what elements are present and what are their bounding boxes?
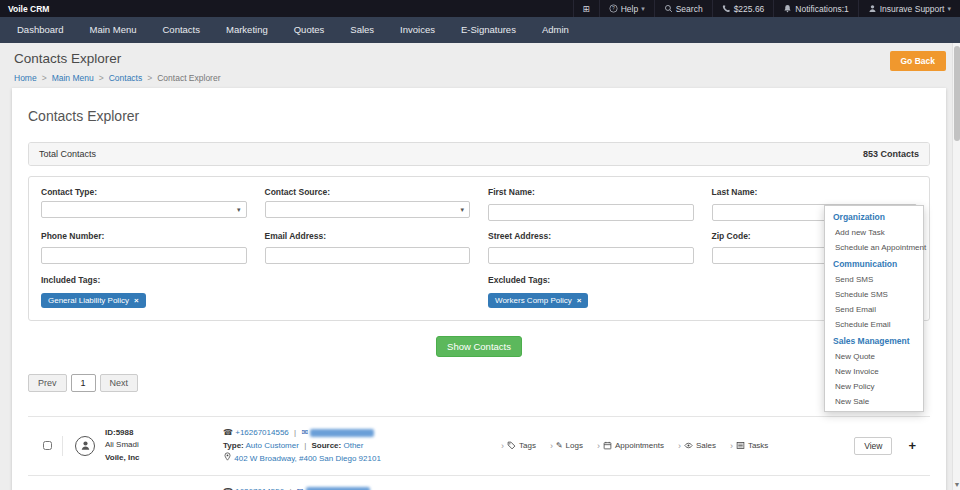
user-name: Insurave Support xyxy=(880,4,945,14)
contact-id: ID:5988 xyxy=(105,427,213,440)
breadcrumb-current: Contact Explorer xyxy=(157,73,220,83)
row-plus-button[interactable]: + xyxy=(908,438,916,453)
menu-item-schedule-appointment[interactable]: Schedule an Appointment xyxy=(825,240,923,255)
nav-item-admin[interactable]: Admin xyxy=(529,17,582,43)
balance-button[interactable]: $225.66 xyxy=(712,0,774,17)
nav-item-contacts[interactable]: Contacts xyxy=(149,17,213,43)
user-menu[interactable]: Insurave Support ▾ xyxy=(858,0,960,17)
phone-number-label: Phone Number: xyxy=(41,231,247,241)
tag-label: General Liability Policy xyxy=(48,296,129,305)
menu-item-send-sms[interactable]: Send SMS xyxy=(825,272,923,287)
nav-item-esignatures[interactable]: E-Signatures xyxy=(448,17,529,43)
show-contacts-button[interactable]: Show Contacts xyxy=(436,336,522,357)
scroll-down-arrow[interactable]: ▼ xyxy=(953,479,960,490)
street-address-label: Street Address: xyxy=(488,231,694,241)
excluded-tag-chip[interactable]: Workers Comp Policy × xyxy=(488,293,588,308)
menu-item-new-invoice[interactable]: New Invoice xyxy=(825,364,923,379)
contact-list: ID:5988 Ali Smadi Voile, Inc ☎ +16267014… xyxy=(28,416,930,490)
chevron-down-icon: ▾ xyxy=(947,5,951,13)
menu-section-sales-management: Sales Management xyxy=(825,332,923,349)
menu-item-schedule-email[interactable]: Schedule Email xyxy=(825,317,923,332)
included-tags-label: Included Tags: xyxy=(41,275,470,285)
go-back-button[interactable]: Go Back xyxy=(890,51,947,71)
chevron-right-icon: › xyxy=(501,441,504,451)
tasks-action[interactable]: › Tasks xyxy=(730,441,768,451)
remove-tag-icon[interactable]: × xyxy=(134,296,139,305)
contact-company: Voile, Inc xyxy=(105,452,213,465)
menu-item-add-new-task[interactable]: Add new Task xyxy=(825,225,923,240)
calendar-icon xyxy=(603,441,612,450)
first-name-input[interactable] xyxy=(488,204,694,221)
contact-type-select[interactable]: ▾ xyxy=(41,201,247,218)
tag-icon xyxy=(507,441,516,450)
nav-item-dashboard[interactable]: Dashboard xyxy=(4,17,76,43)
contact-phone-link[interactable]: 16267014556 xyxy=(235,487,284,490)
page-title: Contacts Explorer xyxy=(14,51,221,66)
topbar-right: ⊞ ? Help ▾ Search $225.66 Notifications:… xyxy=(573,0,960,17)
apps-grid-icon: ⊞ xyxy=(583,4,590,14)
breadcrumb-contacts[interactable]: Contacts xyxy=(109,73,143,83)
appointments-action[interactable]: › Appointments xyxy=(597,441,664,451)
topbar: Voile CRM ⊞ ? Help ▾ Search $225.66 Noti… xyxy=(0,0,960,17)
contact-address-link[interactable]: 402 W Broadway, #400 San Diego 92101 xyxy=(234,454,381,463)
tags-action[interactable]: › Tags xyxy=(501,441,536,451)
breadcrumb: Home > Main Menu > Contacts > Contact Ex… xyxy=(14,73,221,83)
user-icon xyxy=(868,4,877,13)
nav-item-main-menu[interactable]: Main Menu xyxy=(76,17,149,43)
apps-grid-button[interactable]: ⊞ xyxy=(573,0,599,17)
menu-item-schedule-sms[interactable]: Schedule SMS xyxy=(825,287,923,302)
page-header: Contacts Explorer Home > Main Menu > Con… xyxy=(0,43,960,83)
menu-item-new-quote[interactable]: New Quote xyxy=(825,349,923,364)
search-label: Search xyxy=(676,4,703,14)
email-address-input[interactable] xyxy=(265,247,471,264)
nav-item-marketing[interactable]: Marketing xyxy=(213,17,281,43)
nav-item-invoices[interactable]: Invoices xyxy=(387,17,448,43)
map-pin-icon xyxy=(223,452,232,461)
breadcrumb-main-menu[interactable]: Main Menu xyxy=(52,73,94,83)
contact-phone-link[interactable]: +16267014556 xyxy=(235,428,289,437)
person-icon xyxy=(80,440,91,451)
page-1-button[interactable]: 1 xyxy=(71,374,96,392)
menu-item-new-sale[interactable]: New Sale xyxy=(825,394,923,409)
chevron-right-icon: › xyxy=(678,441,681,451)
scrollbar-thumb[interactable] xyxy=(954,46,960,141)
svg-text:?: ? xyxy=(612,5,615,11)
included-tag-chip[interactable]: General Liability Policy × xyxy=(41,293,146,308)
vertical-scrollbar[interactable]: ▼ xyxy=(952,43,960,490)
notifications-button[interactable]: Notifications:1 xyxy=(773,0,857,17)
card-heading: Contacts Explorer xyxy=(28,108,930,124)
contact-source-value[interactable]: Other xyxy=(343,441,363,450)
search-button[interactable]: Search xyxy=(654,0,712,17)
contact-email-redacted[interactable] xyxy=(310,429,374,437)
street-address-input[interactable] xyxy=(488,247,694,264)
view-button[interactable]: View xyxy=(854,437,892,455)
filters-panel: Contact Type: ▾ Contact Source: ▾ First … xyxy=(28,176,930,321)
menu-section-communication: Communication xyxy=(825,255,923,272)
phone-credit-icon xyxy=(722,4,731,13)
chevron-right-icon: › xyxy=(597,441,600,451)
nav-item-quotes[interactable]: Quotes xyxy=(281,17,338,43)
phone-number-input[interactable] xyxy=(41,247,247,264)
contact-source-select[interactable]: ▾ xyxy=(265,201,471,218)
brand-logo[interactable]: Voile CRM xyxy=(8,4,49,14)
remove-tag-icon[interactable]: × xyxy=(577,296,582,305)
chevron-down-icon: ▾ xyxy=(460,206,464,214)
next-page-button[interactable]: Next xyxy=(100,374,139,392)
task-list-icon xyxy=(736,441,745,450)
contact-checkbox[interactable] xyxy=(43,441,52,450)
menu-item-send-email[interactable]: Send Email xyxy=(825,302,923,317)
separator: | xyxy=(289,487,291,490)
contact-type-value[interactable]: Auto Customer xyxy=(246,441,299,450)
nav-item-sales[interactable]: Sales xyxy=(337,17,387,43)
help-menu[interactable]: ? Help ▾ xyxy=(599,0,654,17)
action-label: Appointments xyxy=(615,441,664,450)
logs-action[interactable]: › ✎ Logs xyxy=(550,441,583,451)
prev-page-button[interactable]: Prev xyxy=(28,374,67,392)
total-contacts-panel: Total Contacts 853 Contacts xyxy=(28,142,930,166)
contact-row: ID:5988 Ali Smadi Voile, Inc ☎ +16267014… xyxy=(28,416,930,475)
menu-item-new-policy[interactable]: New Policy xyxy=(825,379,923,394)
total-contacts-value: 853 Contacts xyxy=(863,149,919,159)
breadcrumb-home[interactable]: Home xyxy=(14,73,37,83)
sales-action[interactable]: › Sales xyxy=(678,441,716,451)
phone-icon: ☎ xyxy=(223,487,233,490)
